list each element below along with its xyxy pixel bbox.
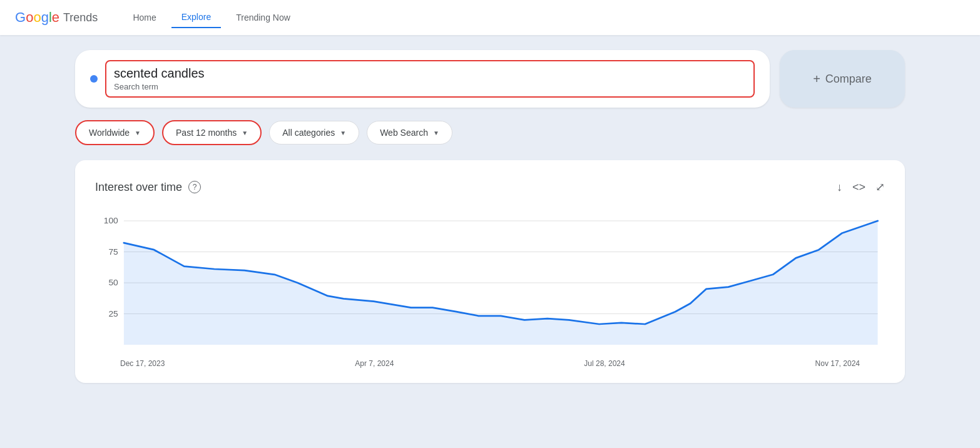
chart-container: 100 75 50 25 [95, 214, 885, 368]
search-term-value: scented candles [114, 66, 746, 81]
search-type-chevron-icon: ▼ [433, 130, 439, 136]
search-term-wrapper[interactable]: scented candles Search term [105, 60, 755, 98]
download-button[interactable]: ↓ [837, 181, 842, 194]
share-button[interactable]: ⤢ [875, 180, 885, 194]
x-label-dec: Dec 17, 2023 [120, 359, 165, 368]
compare-plus-icon: + [813, 72, 820, 86]
embed-button[interactable]: <> [852, 181, 865, 194]
nav-home[interactable]: Home [123, 8, 166, 28]
svg-text:100: 100 [104, 216, 118, 226]
chart-header: Interest over time ? ↓ <> ⤢ [95, 180, 885, 194]
logo: Google Trends [15, 9, 98, 26]
chart-title-area: Interest over time ? [95, 181, 201, 194]
svg-text:75: 75 [108, 247, 118, 257]
location-filter-label: Worldwide [89, 128, 130, 138]
trends-wordmark: Trends [63, 11, 98, 24]
search-section: scented candles Search term + Compare [75, 50, 905, 108]
help-icon[interactable]: ? [188, 181, 201, 193]
nav-explore[interactable]: Explore [171, 7, 221, 28]
time-chevron-icon: ▼ [242, 130, 248, 136]
chart-title: Interest over time [95, 181, 182, 194]
search-type-filter-label: Web Search [380, 128, 428, 138]
category-filter[interactable]: All categories ▼ [269, 121, 359, 145]
location-filter[interactable]: Worldwide ▼ [75, 120, 155, 145]
google-wordmark: Google [15, 9, 59, 26]
chart-section: Interest over time ? ↓ <> ⤢ 100 [75, 160, 905, 383]
search-dot-icon [90, 75, 98, 83]
chart-actions: ↓ <> ⤢ [837, 180, 885, 194]
svg-text:25: 25 [108, 309, 118, 318]
time-filter[interactable]: Past 12 months ▼ [162, 120, 262, 145]
search-type-filter[interactable]: Web Search ▼ [367, 121, 452, 145]
x-label-nov: Nov 17, 2024 [815, 359, 860, 368]
main-content: scented candles Search term + Compare Wo… [0, 35, 980, 398]
header: Google Trends Home Explore Trending Now [0, 0, 980, 35]
nav-trending[interactable]: Trending Now [226, 8, 300, 28]
search-term-label: Search term [114, 82, 746, 91]
search-box: scented candles Search term [75, 50, 770, 108]
time-filter-label: Past 12 months [176, 128, 237, 138]
category-filter-label: All categories [282, 128, 335, 138]
main-nav: Home Explore Trending Now [123, 7, 300, 28]
filter-section: Worldwide ▼ Past 12 months ▼ All categor… [75, 120, 905, 145]
x-label-apr: Apr 7, 2024 [355, 359, 394, 368]
compare-label: Compare [825, 73, 872, 86]
compare-button[interactable]: + Compare [780, 50, 905, 108]
category-chevron-icon: ▼ [340, 130, 346, 136]
location-chevron-icon: ▼ [135, 130, 141, 136]
x-axis-labels: Dec 17, 2023 Apr 7, 2024 Jul 28, 2024 No… [95, 354, 885, 368]
svg-text:50: 50 [108, 278, 118, 288]
interest-chart: 100 75 50 25 [95, 214, 885, 352]
x-label-jul: Jul 28, 2024 [584, 359, 625, 368]
